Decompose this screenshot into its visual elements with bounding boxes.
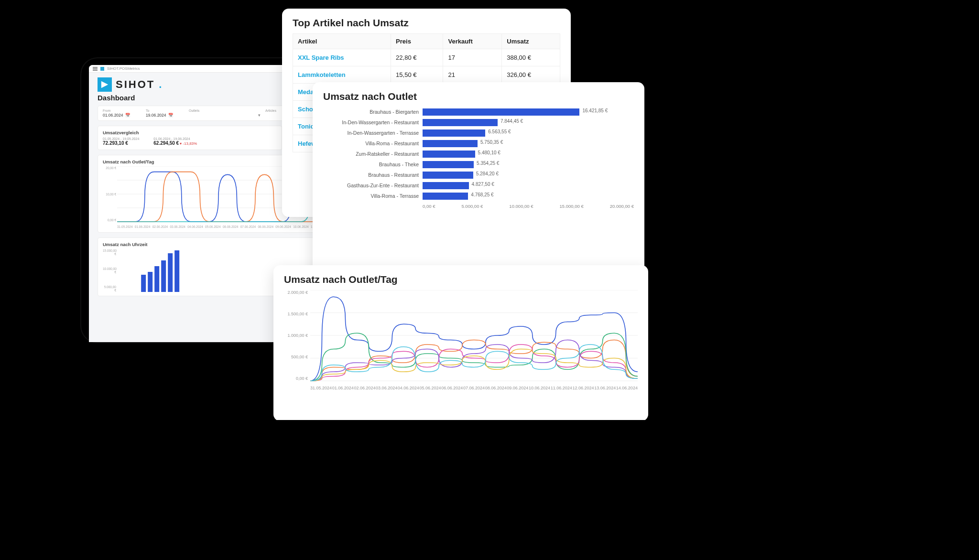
- filter-from-value: 01.06.2024: [103, 113, 123, 118]
- app-product-name: SIHOT.POSMetrics: [107, 66, 140, 71]
- card-title: Umsatz nach Outlet/Tag: [284, 274, 638, 285]
- hbar-label: Brauhaus - Theke: [323, 162, 419, 167]
- hbar-bar: [423, 140, 478, 147]
- hbar-row[interactable]: Villa-Roma - Terrasse4.768,25 €: [323, 191, 634, 201]
- cell-rev: 388,00 €: [502, 49, 560, 66]
- artikel-link[interactable]: Lammkoteletten: [293, 66, 391, 84]
- card-title: Umsatz nach Uhrzeit: [103, 242, 335, 247]
- card-outlet-day-big: Umsatz nach Outlet/Tag 2.000,00 €1.500,0…: [273, 265, 648, 420]
- hbar-row[interactable]: In-Den-Wassergarten - Terrasse6.563,55 €: [323, 128, 634, 138]
- hbar-label: Zum-Ratskeller - Restaurant: [323, 151, 419, 157]
- axis-tick: 5.000,00 €: [461, 204, 483, 209]
- hbar-bar: [423, 151, 475, 158]
- table-header[interactable]: Artikel: [293, 34, 391, 49]
- hbar-bar: [423, 119, 498, 126]
- cell-sold: 17: [443, 49, 502, 66]
- filter-to[interactable]: To 19.06.2024📅: [146, 109, 184, 118]
- kpi-delta: ▾-13,83%: [180, 141, 197, 146]
- hbar-row[interactable]: Villa-Roma - Restaurant5.750,35 €: [323, 139, 634, 148]
- svg-rect-5: [141, 275, 146, 292]
- filter-to-label: To: [146, 109, 184, 112]
- cell-sold: 21: [443, 66, 502, 84]
- filter-from[interactable]: From 01.06.2024📅: [103, 109, 141, 118]
- artikel-link[interactable]: XXL Spare Ribs: [293, 49, 391, 66]
- chevron-down-icon[interactable]: ▾: [258, 113, 261, 118]
- hbar-chart: Brauhaus - Biergarten16.421,85 €In-Den-W…: [323, 107, 634, 201]
- hbar-bar: [423, 161, 474, 168]
- card-title: Umsatz nach Outlet: [323, 91, 634, 102]
- table-header[interactable]: Preis: [391, 34, 443, 49]
- hbar-label: In-Den-Wassergarten - Terrasse: [323, 130, 419, 136]
- cell-price: 22,80 €: [391, 49, 443, 66]
- svg-rect-8: [161, 260, 166, 292]
- filter-from-label: From: [103, 109, 141, 112]
- hbar-bar: [423, 193, 468, 200]
- calendar-icon[interactable]: 📅: [125, 113, 131, 118]
- trend-down-icon: ▾: [180, 141, 182, 146]
- svg-rect-7: [154, 266, 159, 292]
- app-logo-icon: [100, 67, 104, 71]
- card-umsatz-outlet: Umsatz nach Outlet Brauhaus - Biergarten…: [313, 82, 644, 281]
- hbar-value: 4.827,50 €: [472, 182, 494, 187]
- axis-tick: 10.000,00 €: [509, 204, 533, 209]
- card-title: Top Artikel nach Umsatz: [293, 17, 560, 29]
- hbar-label: In-Den-Wassergarten - Restaurant: [323, 119, 419, 125]
- table-header[interactable]: Verkauft: [443, 34, 502, 49]
- hbar-value: 5.354,25 €: [477, 161, 499, 166]
- hbar-row[interactable]: Gasthaus-Zur-Ente - Restaurant4.827,50 €: [323, 181, 634, 190]
- hbar-value: 7.844,45 €: [500, 118, 523, 124]
- kpi-range-a: 01.05.2024 - 19.05.2024: [103, 137, 139, 140]
- calendar-icon[interactable]: 📅: [168, 113, 174, 118]
- hbar-label: Brauhaus - Biergarten: [323, 109, 419, 115]
- hbar-label: Gasthaus-Zur-Ente - Restaurant: [323, 183, 419, 188]
- brand-mark-icon: [98, 77, 112, 92]
- hbar-label: Brauhaus - Restaurant: [323, 172, 419, 178]
- card-title: Umsatzvergleich: [103, 130, 277, 135]
- hbar-bar: [423, 129, 485, 137]
- hbar-row[interactable]: Brauhaus - Biergarten16.421,85 €: [323, 107, 634, 117]
- menu-icon[interactable]: [93, 67, 98, 71]
- table-header[interactable]: Umsatz: [502, 34, 560, 49]
- hbar-row[interactable]: Brauhaus - Theke5.354,25 €: [323, 160, 634, 169]
- hbar-row[interactable]: Brauhaus - Restaurant5.284,20 €: [323, 170, 634, 180]
- kpi-value-b: 62.294,50 €: [153, 140, 179, 146]
- hbar-value: 6.563,55 €: [488, 129, 511, 134]
- table-row[interactable]: Lammkoteletten15,50 €21326,00 €: [293, 66, 560, 84]
- table-row[interactable]: XXL Spare Ribs22,80 €17388,00 €: [293, 49, 560, 66]
- brand-word: SIHOT: [116, 78, 155, 91]
- hbar-bar: [423, 108, 579, 116]
- outlet-day-chart-big: 2.000,00 €1.500,00 €1.000,00 €500,00 €0,…: [284, 290, 638, 390]
- hbar-label: Villa-Roma - Terrasse: [323, 193, 419, 199]
- axis-tick: 15.000,00 €: [560, 204, 584, 209]
- hbar-label: Villa-Roma - Restaurant: [323, 140, 419, 146]
- hbar-row[interactable]: Zum-Ratskeller - Restaurant5.480,10 €: [323, 149, 634, 159]
- kpi-value-a: 72.293,10 €: [103, 140, 139, 146]
- svg-rect-9: [168, 253, 173, 292]
- hbar-row[interactable]: In-Den-Wassergarten - Restaurant7.844,45…: [323, 118, 634, 127]
- svg-rect-10: [174, 250, 179, 292]
- hbar-bar: [423, 182, 469, 189]
- hbar-value: 5.750,35 €: [480, 140, 503, 145]
- cell-rev: 326,00 €: [502, 66, 560, 84]
- filter-outlets-label: Outlets: [189, 109, 261, 112]
- hbar-value: 16.421,85 €: [582, 108, 608, 113]
- svg-rect-6: [148, 272, 152, 292]
- card-umsatzvergleich: Umsatzvergleich 01.05.2024 - 19.05.2024 …: [98, 126, 282, 150]
- hbar-value: 4.768,25 €: [471, 192, 493, 197]
- hbar-bar: [423, 172, 473, 179]
- filter-outlets[interactable]: Outlets ▾: [189, 109, 261, 118]
- hbar-value: 5.480,10 €: [478, 150, 500, 155]
- axis-tick: 0,00 €: [423, 204, 435, 209]
- axis-tick: 20.000,00 €: [610, 204, 634, 209]
- filter-to-value: 19.06.2024: [146, 113, 166, 118]
- hbar-value: 5.284,20 €: [476, 171, 499, 176]
- brand-dot: .: [159, 78, 163, 91]
- kpi-range-b: 01.06.2024 - 19.06.2024: [153, 137, 197, 140]
- cell-price: 15,50 €: [391, 66, 443, 84]
